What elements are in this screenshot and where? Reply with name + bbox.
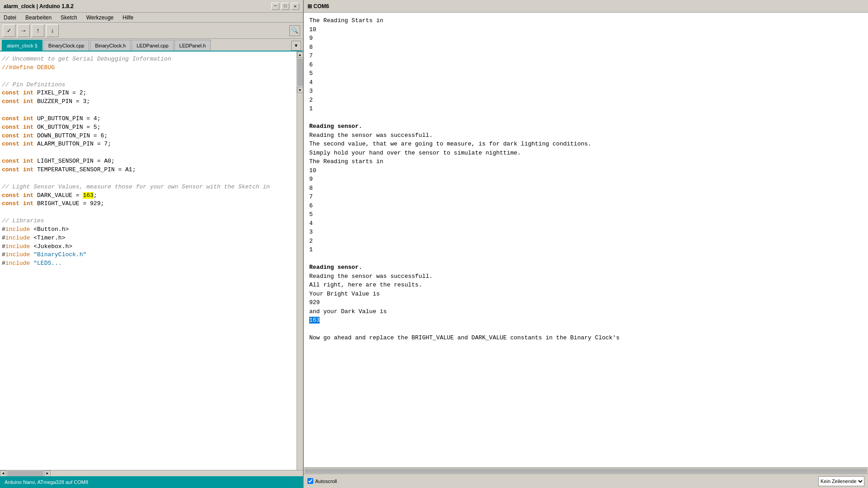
serial-line-9b: 9 xyxy=(309,175,863,184)
verify-button[interactable]: ✓ xyxy=(3,24,15,37)
serial-line-6: 6 xyxy=(309,61,863,70)
serial-line-11: 1 xyxy=(309,104,863,113)
serial-bottom-bar: Autoscroll Kein Zeilenende xyxy=(304,474,868,488)
serial-scroll-thumb-h[interactable] xyxy=(305,469,867,473)
search-button[interactable]: 🔍 xyxy=(289,25,300,36)
tab-binaryclock-h[interactable]: BinaryClock.h xyxy=(90,40,131,51)
open-button[interactable]: ↓ xyxy=(46,24,59,37)
upload-button[interactable]: → xyxy=(17,24,30,37)
arduino-ide-panel: alarm_clock | Arduino 1.8.2 ─ □ ✕ Datei … xyxy=(0,0,303,488)
scroll-up-button[interactable]: ▲ xyxy=(297,52,303,58)
serial-line-4: 8 xyxy=(309,43,863,52)
serial-line-5: 7 xyxy=(309,52,863,61)
serial-line-reading-starts2: The Reading starts in xyxy=(309,157,863,166)
serial-line-blank-3 xyxy=(309,325,863,334)
serial-line-hold: Simply hold your hand over the sensor to… xyxy=(309,149,863,158)
serial-horizontal-scrollbar[interactable] xyxy=(304,467,868,474)
tab-ledpanel-cpp[interactable]: LEDPanel.cpp xyxy=(132,40,173,51)
serial-line-reading2: Reading sensor. xyxy=(309,263,863,272)
serial-bottom-right: Kein Zeilenende xyxy=(818,476,864,486)
serial-title: ⊞ COM6 xyxy=(307,3,329,9)
serial-line-2b: 2 xyxy=(309,237,863,246)
serial-line-8: 4 xyxy=(309,78,863,87)
new-button[interactable]: ↑ xyxy=(32,24,44,37)
menu-werkzeuge[interactable]: Werkzeuge xyxy=(85,14,115,21)
menu-sketch[interactable]: Sketch xyxy=(59,14,79,21)
arduino-title-bar: alarm_clock | Arduino 1.8.2 ─ □ ✕ xyxy=(0,0,303,13)
code-scroll-area[interactable]: // Uncomment to get Serial Debugging Inf… xyxy=(0,52,297,470)
vertical-scrollbar[interactable]: ▲ ▼ xyxy=(297,52,303,470)
serial-line-8b: 8 xyxy=(309,184,863,193)
status-text: Arduino Nano, ATmega328 auf COM8 xyxy=(5,479,88,485)
toolbar: ✓ → ↑ ↓ 🔍 xyxy=(0,23,303,39)
serial-monitor-panel: ⊞ COM6 The Reading Starts in 10 9 8 7 6 … xyxy=(303,0,868,488)
serial-line-7: 5 xyxy=(309,69,863,78)
menu-bearbeiten[interactable]: Bearbeiten xyxy=(24,14,53,21)
serial-highlighted-value: 163 xyxy=(309,317,320,324)
serial-title-bar: ⊞ COM6 xyxy=(304,0,868,13)
serial-line-results: All right, here are the results. xyxy=(309,281,863,290)
line-ending-select[interactable]: Kein Zeilenende xyxy=(818,476,864,486)
tab-alarm-clock[interactable]: alarm_clock § xyxy=(2,40,42,51)
code-container: // Uncomment to get Serial Debugging Inf… xyxy=(0,52,303,470)
serial-line-1: The Reading Starts in xyxy=(309,16,863,25)
tabs-bar: alarm_clock § BinaryClock.cpp BinaryCloc… xyxy=(0,39,303,52)
serial-line-second-val: The second value, that we are going to m… xyxy=(309,140,863,149)
serial-line-4b: 4 xyxy=(309,219,863,228)
scroll-left-button[interactable]: ◄ xyxy=(0,470,6,477)
menu-datei[interactable]: Datei xyxy=(2,14,18,21)
serial-line-5b: 5 xyxy=(309,210,863,219)
tab-binaryclock-cpp[interactable]: BinaryClock.cpp xyxy=(43,40,89,51)
close-button[interactable]: ✕ xyxy=(291,3,299,10)
serial-line-3b: 3 xyxy=(309,228,863,237)
scroll-right-button[interactable]: ► xyxy=(44,470,51,477)
serial-line-9: 3 xyxy=(309,87,863,96)
serial-content: The Reading Starts in 10 9 8 7 6 5 4 3 2… xyxy=(304,13,868,467)
serial-line-929: 929 xyxy=(309,298,863,307)
serial-line-163: 163 xyxy=(309,316,863,325)
menu-hilfe[interactable]: Hilfe xyxy=(121,14,135,21)
scroll-thumb-h[interactable] xyxy=(7,471,43,476)
serial-line-2: 10 xyxy=(309,25,863,34)
serial-line-blank-2 xyxy=(309,254,863,263)
tabs-dropdown-button[interactable]: ▼ xyxy=(291,41,301,51)
serial-line-reading1: Reading sensor. xyxy=(309,122,863,131)
serial-line-10b: 10 xyxy=(309,166,863,175)
serial-line-replace: Now go ahead and replace the BRIGHT_VALU… xyxy=(309,333,863,343)
autoscroll-control[interactable]: Autoscroll xyxy=(307,478,337,484)
tab-ledpanel-h[interactable]: LEDPanel.h xyxy=(175,40,211,51)
autoscroll-label: Autoscroll xyxy=(315,479,337,484)
horizontal-scrollbar[interactable]: ◄ ► xyxy=(0,470,303,476)
serial-line-blank-1 xyxy=(309,113,863,122)
scroll-down-button[interactable]: ▼ xyxy=(297,87,303,93)
menu-bar: Datei Bearbeiten Sketch Werkzeuge Hilfe xyxy=(0,13,303,23)
maximize-button[interactable]: □ xyxy=(281,3,289,10)
serial-line-1b: 1 xyxy=(309,245,863,254)
serial-line-bright-label: Your Bright Value is xyxy=(309,290,863,299)
arduino-title: alarm_clock | Arduino 1.8.2 xyxy=(4,3,74,9)
serial-line-success1: Reading the sensor was successfull. xyxy=(309,131,863,140)
minimize-button[interactable]: ─ xyxy=(271,3,279,10)
status-bar: Arduino Nano, ATmega328 auf COM8 xyxy=(0,476,303,488)
serial-line-10: 2 xyxy=(309,96,863,105)
autoscroll-checkbox[interactable] xyxy=(307,478,313,484)
serial-line-success2: Reading the sensor was successfull. xyxy=(309,272,863,281)
serial-line-6b: 6 xyxy=(309,202,863,211)
code-content: // Uncomment to get Serial Debugging Inf… xyxy=(0,52,297,280)
serial-line-7b: 7 xyxy=(309,192,863,202)
serial-line-3: 9 xyxy=(309,34,863,43)
serial-line-dark-label: and your Dark Value is xyxy=(309,307,863,316)
window-controls: ─ □ ✕ xyxy=(271,3,299,10)
scroll-thumb-v[interactable] xyxy=(297,59,303,86)
